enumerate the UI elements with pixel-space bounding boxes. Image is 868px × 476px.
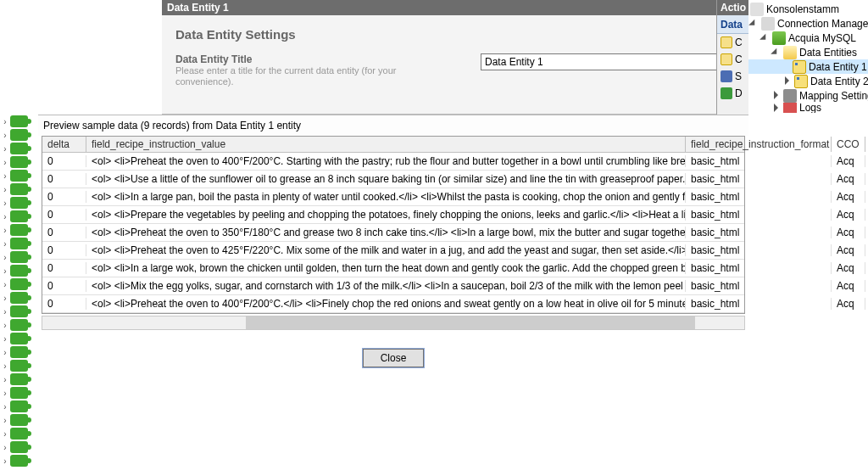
cell-instruction-value: <ol> <li>Use a little of the sunflower o… <box>86 173 686 185</box>
cell-instruction-format: basic_html <box>686 280 832 292</box>
entity-title-input[interactable] <box>481 53 735 70</box>
puzzle-icon <box>10 278 28 290</box>
chevron-right-icon: › <box>0 334 10 344</box>
chevron-right-icon: › <box>0 361 10 371</box>
actions-tab[interactable]: Data <box>717 15 748 34</box>
chevron-right-icon: › <box>0 171 10 181</box>
puzzle-icon <box>10 441 28 453</box>
puzzle-icon <box>10 129 28 141</box>
puzzle-icon <box>10 183 28 195</box>
copy-icon <box>721 53 732 65</box>
cell-instruction-value: <ol> <li>Preheat the oven to 400°F/200°C… <box>86 298 686 310</box>
puzzle-icon <box>10 156 28 168</box>
tree-connection-manager[interactable]: Connection Manager <box>748 16 868 31</box>
chevron-right-icon: › <box>0 348 10 357</box>
puzzle-icon <box>10 210 28 222</box>
chevron-right-icon: › <box>0 280 10 289</box>
cell-instruction-value: <ol> <li>Mix the egg yolks, sugar, and c… <box>86 280 686 292</box>
puzzle-icon <box>10 373 28 385</box>
collapse-icon[interactable] <box>783 76 793 86</box>
cell-instruction-value: <ol> <li>Prepare the vegetables by peeli… <box>86 209 686 221</box>
scrollbar-thumb[interactable] <box>246 316 695 329</box>
puzzle-icon <box>10 346 28 358</box>
entity-title-desc: Please enter a title for the current dat… <box>175 65 481 87</box>
cell-delta: 0 <box>42 244 86 256</box>
col-instruction-format[interactable]: field_recipe_instruction_format <box>686 137 832 152</box>
chevron-right-icon: › <box>0 266 10 276</box>
chevron-right-icon: › <box>0 239 10 249</box>
tree-mapping-settings[interactable]: Mapping Settings <box>748 88 868 103</box>
action-refresh[interactable]: D <box>717 85 748 102</box>
cell-delta: 0 <box>42 155 86 167</box>
chevron-right-icon: › <box>0 321 10 330</box>
table-row[interactable]: 0<ol> <li>Mix the egg yolks, sugar, and … <box>42 277 744 295</box>
tree-root-label: Konsolenstamm <box>766 3 839 15</box>
table-row[interactable]: 0<ol> <li>Prepare the vegetables by peel… <box>42 206 744 224</box>
status-gutter: ›››››››››››››››››››››››››› <box>0 115 38 476</box>
table-row[interactable]: 0<ol> <li>In a large wok, brown the chic… <box>42 260 744 277</box>
cell-cco: Acq <box>832 262 865 274</box>
col-delta[interactable]: delta <box>42 137 86 152</box>
expand-icon[interactable] <box>750 19 760 28</box>
chevron-right-icon: › <box>0 158 10 167</box>
cell-instruction-format: basic_html <box>686 173 832 185</box>
preview-header: Preview sample data (9 records) from Dat… <box>38 115 748 136</box>
expand-icon[interactable] <box>772 48 782 57</box>
chevron-right-icon: › <box>0 416 10 425</box>
collapse-icon[interactable] <box>772 91 782 100</box>
cell-instruction-format: basic_html <box>686 262 832 274</box>
chevron-right-icon: › <box>0 199 10 208</box>
action-copy[interactable]: C <box>717 51 748 68</box>
cell-delta: 0 <box>42 227 86 238</box>
close-button[interactable]: Close <box>363 349 424 367</box>
grid-header-row: delta field_recipe_instruction_value fie… <box>42 137 744 153</box>
tree-acquia-mysql[interactable]: Acquia MySQL <box>748 31 868 45</box>
col-cco[interactable]: CCO <box>832 137 865 152</box>
puzzle-icon <box>10 319 28 331</box>
table-row[interactable]: 0<ol> <li>Preheat the oven to 400°F/200°… <box>42 153 744 171</box>
collapse-icon[interactable] <box>772 104 782 113</box>
tree-data-entities-label: Data Entities <box>799 47 857 59</box>
tree-conn-label: Connection Manager <box>777 18 868 30</box>
puzzle-icon <box>10 360 28 372</box>
puzzle-icon <box>10 428 28 440</box>
console-icon <box>750 3 764 16</box>
chevron-right-icon: › <box>0 144 10 154</box>
cell-instruction-value: <ol> <li>In a large pan, boil the pasta … <box>86 191 686 203</box>
folder-icon <box>783 46 797 59</box>
action-new[interactable]: C <box>717 34 748 51</box>
puzzle-icon <box>10 400 28 412</box>
tree-data-entity-1[interactable]: Data Entity 1 <box>748 59 868 74</box>
cell-cco: Acq <box>832 173 865 185</box>
puzzle-icon <box>10 387 28 399</box>
puzzle-icon <box>10 265 28 277</box>
expand-icon[interactable] <box>761 33 771 42</box>
horizontal-scrollbar[interactable] <box>42 316 745 330</box>
mapping-icon <box>783 89 797 103</box>
chevron-right-icon: › <box>0 429 10 439</box>
cell-cco: Acq <box>832 155 865 167</box>
action-save[interactable]: S <box>717 68 748 85</box>
settings-header: Data Entity 1 <box>162 0 748 15</box>
cell-cco: Acq <box>832 191 865 203</box>
puzzle-icon <box>10 143 28 154</box>
cell-instruction-value: <ol> <li>In a large wok, brown the chick… <box>86 262 686 274</box>
new-icon <box>721 36 732 48</box>
tree-de1-label: Data Entity 1 <box>809 61 867 73</box>
refresh-icon <box>721 87 732 99</box>
table-row[interactable]: 0<ol> <li>Preheat the oven to 425°F/220°… <box>42 242 744 260</box>
chevron-right-icon: › <box>0 389 10 398</box>
cell-cco: Acq <box>832 280 865 292</box>
settings-section-title: Data Entity Settings <box>175 27 735 42</box>
cell-delta: 0 <box>42 191 86 203</box>
table-row[interactable]: 0<ol> <li>Preheat the oven to 350°F/180°… <box>42 224 744 242</box>
table-row[interactable]: 0<ol> <li>In a large pan, boil the pasta… <box>42 188 744 206</box>
table-row[interactable]: 0<ol> <li>Use a little of the sunflower … <box>42 171 744 188</box>
chevron-right-icon: › <box>0 443 10 452</box>
table-row[interactable]: 0<ol> <li>Preheat the oven to 400°F/200°… <box>42 295 744 313</box>
tree-data-entities[interactable]: Data Entities <box>748 45 868 59</box>
tree-data-entity-2[interactable]: Data Entity 2 <box>748 74 868 88</box>
tree-logs[interactable]: Logs <box>748 103 868 113</box>
tree-root[interactable]: Konsolenstamm <box>748 2 868 16</box>
col-instruction-value[interactable]: field_recipe_instruction_value <box>86 137 686 152</box>
